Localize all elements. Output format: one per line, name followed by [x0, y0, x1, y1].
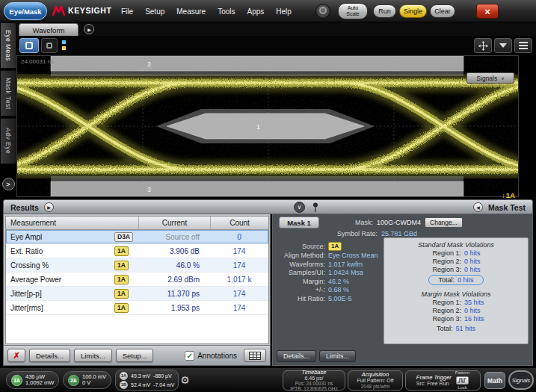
x-mark-icon: ✗ — [13, 351, 19, 361]
violation-row: Region 1: 35 hits — [387, 299, 525, 307]
source-badge: 1A — [114, 246, 129, 256]
math-button[interactable]: Math — [484, 372, 505, 389]
split-view-button[interactable] — [41, 38, 58, 53]
tab-row: Waveform ▶ — [16, 22, 536, 36]
single-button[interactable]: Single — [399, 4, 427, 18]
sidebar-tab-mask-test[interactable]: Mask Test — [0, 70, 16, 116]
channel-3a-value-1: 49.3 mV — [131, 373, 150, 379]
current-value: 46.0 % — [176, 261, 210, 270]
total-label: Total: — [437, 324, 453, 333]
details-button[interactable]: Details... — [29, 349, 70, 362]
mask-details-button[interactable]: Details... — [277, 350, 316, 362]
timebase-title: Timebase — [302, 370, 327, 376]
eye-diagram-canvas: 2 3 1 — [17, 56, 518, 196]
sidebar-expand-button[interactable]: > — [2, 178, 15, 190]
field-label: Margin: — [276, 278, 325, 286]
change-mask-button[interactable]: Change... — [425, 217, 463, 228]
limits-button[interactable]: Limits... — [74, 349, 112, 362]
channel-2a-value-2: 0 V — [82, 380, 106, 387]
symbol-rate-row: Symbol Rate: 25.781 GBd — [337, 230, 417, 237]
display-menu-button[interactable] — [514, 38, 532, 53]
touch-toggle-button[interactable] — [315, 4, 330, 19]
pan-zoom-button[interactable] — [474, 38, 492, 53]
table-row[interactable]: Crossing % 1A 46.0 % 174 — [6, 258, 268, 273]
field-label: Align Method: — [276, 252, 325, 260]
close-button[interactable]: × — [476, 4, 499, 19]
menu-apps[interactable]: Apps — [247, 7, 265, 16]
layout-dots — [62, 40, 66, 50]
annotations-checkbox[interactable]: ✓ — [185, 351, 194, 361]
table-row[interactable]: Average Power 1A 2.69 dBm 1.017 k — [6, 273, 268, 287]
left-sidebar: Eye Meas Mask Test Adv Eye > — [0, 22, 16, 202]
pin-icon[interactable] — [312, 202, 319, 213]
chevron-down-icon: ∨ — [501, 75, 504, 81]
clear-button[interactable]: Clear — [430, 4, 455, 18]
source-badge: 1A — [328, 242, 342, 251]
table-row[interactable]: Eye Ampl D3A Source off 0 — [6, 230, 268, 244]
menu-file[interactable]: File — [121, 7, 133, 16]
column-current: Current — [138, 217, 210, 229]
display-options-dropdown[interactable] — [494, 38, 512, 53]
signals-dropdown[interactable]: Signals ∨ — [466, 72, 514, 84]
mode-button[interactable]: Eye/Mask — [4, 2, 47, 20]
down-arrow-icon: ↓ — [502, 191, 505, 199]
field-margin-tolerance: +/-: 0.68 % — [276, 286, 382, 294]
menu-help[interactable]: Help — [276, 7, 292, 16]
split-view-icon — [46, 43, 52, 49]
menu-measure[interactable]: Measure — [176, 7, 206, 16]
auto-scale-button[interactable]: Auto Scale — [338, 3, 368, 19]
mask-label: Mask: — [355, 219, 373, 226]
keysight-spark-icon — [52, 5, 65, 16]
source-badge: 1A — [114, 261, 129, 270]
eye-diagram-display[interactable]: 2 3 1 24.00031 ns Signals ∨ ↓ 1A — [16, 55, 519, 197]
table-row[interactable]: Jitter[p-p] 1A 11.370 ps 174 — [6, 287, 268, 301]
table-row[interactable]: Jitter[rms] 1A 1.953 ps 174 — [6, 301, 268, 315]
channel-1a-value-2: 1.0092 mW — [25, 380, 54, 387]
field-label: Hit Ratio: — [276, 295, 325, 303]
timebase-readout: 24.00031 ns — [21, 58, 54, 65]
waveform-play-button[interactable]: ▶ — [84, 24, 94, 34]
field-value: 1.0424 Msa — [328, 269, 363, 277]
mask-1-tab[interactable]: Mask 1 — [279, 217, 319, 228]
field-waveforms: Waveforms: 1.017 kwfm — [276, 261, 382, 269]
field-samples: Samples/UI: 1.0424 Msa — [276, 269, 382, 277]
table-row[interactable]: Ext. Ratio 1A 3.906 dB 174 — [6, 244, 268, 258]
run-button[interactable]: Run — [373, 4, 396, 18]
region-value: 0 hits — [464, 258, 508, 266]
sidebar-tab-adv-eye[interactable]: Adv Eye — [0, 118, 16, 164]
field-label: +/-: — [276, 286, 325, 294]
violation-row: Region 1: 0 hits — [387, 249, 525, 258]
results-expand-button[interactable]: ▶ — [44, 202, 54, 212]
mask-selection-row: Mask: 100G-CWDM4 Change... — [355, 217, 463, 228]
mask-test-panel: Mask 1 Mask: 100G-CWDM4 Change... Symbol… — [272, 214, 533, 366]
tab-waveform[interactable]: Waveform — [19, 23, 78, 36]
menu-tools[interactable]: Tools — [218, 7, 235, 16]
timebase-panel[interactable]: Timebase 6.46 ps/ Pos: 24.00031 ns IPTB:… — [283, 370, 345, 391]
region-value: 0 hits — [464, 307, 508, 315]
region-value: 0 hits — [464, 266, 508, 274]
single-view-icon — [25, 42, 33, 49]
frame-trigger-panel[interactable]: Frame Trigger Src: Free Run Pattern Lock — [405, 370, 481, 391]
channel-3-button[interactable]: 3A 49.3 mV -880 µV 3B 52.4 mV -7.04 mV — [115, 370, 179, 391]
settings-button[interactable]: ⚙ — [178, 373, 192, 387]
grid-view-button[interactable] — [244, 349, 266, 362]
frame-trigger-source: Src: Free Run — [416, 381, 449, 387]
signals-button[interactable]: Signals — [508, 370, 534, 390]
field-value: 0.68 % — [328, 286, 349, 294]
sidebar-tab-eye-meas[interactable]: Eye Meas — [0, 22, 16, 69]
setup-button[interactable]: Setup... — [116, 349, 154, 362]
collapse-panel-button[interactable]: ∨ — [294, 202, 305, 213]
delete-measurement-button[interactable]: ✗ — [7, 349, 25, 362]
left-arrow-icon: ◀ — [476, 205, 480, 210]
view-mode-button[interactable] — [19, 38, 39, 53]
channel-2a-button[interactable]: 2A 100.0 mV 0 V — [63, 371, 111, 389]
mask-test-expand-button[interactable]: ◀ — [473, 202, 483, 212]
acquisition-pattern: Full Pattern: Off — [357, 378, 394, 384]
check-icon: ✓ — [186, 352, 192, 360]
acquisition-panel[interactable]: Acquisition Full Pattern: Off 2048 pts/w… — [348, 370, 403, 391]
menu-setup[interactable]: Setup — [145, 7, 164, 16]
mask-limits-button[interactable]: Limits... — [319, 350, 356, 362]
symbol-rate-value: 25.781 GBd — [381, 230, 417, 237]
pattern-lock-button[interactable] — [456, 376, 469, 385]
channel-1a-button[interactable]: 1A 436 µW 1.0092 mW — [6, 371, 59, 389]
